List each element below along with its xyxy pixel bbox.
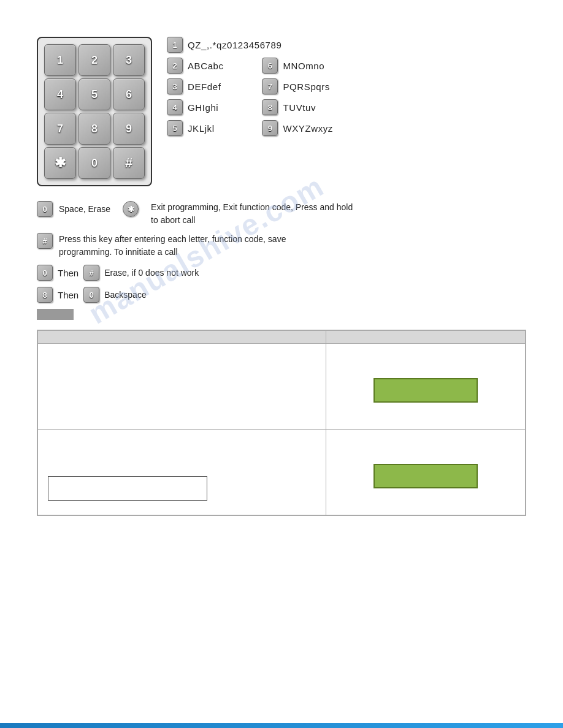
key-map-row-6: 6 MNOmno: [262, 58, 332, 74]
table-cell-2-2: [326, 430, 525, 515]
legend-space-erase: Space, Erase: [59, 203, 110, 216]
badge-5: 5: [167, 120, 183, 136]
chars-7: PQRSpqrs: [283, 82, 330, 92]
green-button-2[interactable]: [373, 464, 478, 488]
key-3[interactable]: 3: [113, 44, 145, 76]
chars-5: JKLjkl: [188, 123, 215, 134]
keypad-grid: 1 2 3 4 5 6 7 8 9 ✱ 0 #: [37, 37, 152, 186]
key-8[interactable]: 8: [79, 113, 110, 145]
legend-section: 0 Space, Erase ✱ Exit programming, Exit …: [37, 201, 526, 303]
chars-9: WXYZwxyz: [283, 123, 332, 134]
then-2-key2: 0: [83, 287, 99, 303]
chars-4: GHIghi: [188, 102, 218, 113]
badge-2: 2: [167, 58, 183, 74]
legend-hash-row: # Press this key after entering each let…: [37, 233, 526, 259]
legend-hash-label: Press this key after entering each lette…: [59, 233, 341, 259]
table-cell-1-1: [38, 344, 326, 430]
chars-1: QZ_,.*qz0123456789: [188, 40, 282, 50]
key-map-row-2: 2 ABCabc: [167, 58, 237, 74]
key-hash[interactable]: #: [113, 147, 145, 179]
key-map-row-3: 3 DEFdef: [167, 78, 237, 94]
chars-8: TUVtuv: [283, 102, 316, 113]
table-header-col2: [326, 331, 525, 344]
key-9[interactable]: 9: [113, 113, 145, 145]
then-row-1: 0 Then # Erase, if 0 does not work: [37, 265, 526, 281]
table-row-2: [38, 430, 526, 515]
key-map-row-8: 8 TUVtuv: [262, 99, 332, 115]
badge-9: 9: [262, 120, 278, 136]
key-2[interactable]: 2: [79, 44, 110, 76]
badge-6: 6: [262, 58, 278, 74]
table-cell-2-1: [38, 430, 326, 515]
key-map-row-5: 5 JKLjkl: [167, 120, 237, 136]
keypad-section: 1 2 3 4 5 6 7 8 9 ✱ 0 # 1 QZ_,.*qz012345…: [37, 37, 526, 186]
then-1-label: Then: [58, 268, 79, 278]
legend-badge-0: 0: [37, 201, 53, 217]
badge-4: 4: [167, 99, 183, 115]
table-header-col1: [38, 331, 326, 344]
then-2-desc: Backspace: [104, 289, 146, 301]
key-6[interactable]: 6: [113, 78, 145, 110]
key-4[interactable]: 4: [44, 78, 76, 110]
bottom-bar: [0, 723, 563, 728]
key-0[interactable]: 0: [79, 147, 110, 179]
legend-badge-hash: #: [37, 233, 53, 249]
badge-3: 3: [167, 78, 183, 94]
then-1-key2: #: [83, 265, 99, 281]
then-1-key1: 0: [37, 265, 53, 281]
key-star[interactable]: ✱: [44, 147, 76, 179]
then-row-2: 8 Then 0 Backspace: [37, 287, 526, 303]
badge-8: 8: [262, 99, 278, 115]
table-section: [37, 330, 526, 516]
key-7[interactable]: 7: [44, 113, 76, 145]
gray-bar: [37, 309, 74, 320]
input-field-1[interactable]: [48, 476, 207, 501]
key-map-row-1: 1 QZ_,.*qz0123456789: [167, 37, 333, 53]
table-row-1: [38, 344, 526, 430]
then-1-desc: Erase, if 0 does not work: [104, 267, 199, 279]
key-1[interactable]: 1: [44, 44, 76, 76]
chars-6: MNOmno: [283, 61, 324, 71]
key-map-row-4: 4 GHIghi: [167, 99, 237, 115]
chars-2: ABCabc: [188, 61, 224, 71]
key-5[interactable]: 5: [79, 78, 110, 110]
then-2-key1: 8: [37, 287, 53, 303]
legend-exit-label: Exit programming, Exit function code, Pr…: [151, 201, 359, 227]
legend-badge-star: ✱: [123, 201, 139, 217]
chars-3: DEFdef: [188, 82, 221, 92]
badge-7: 7: [262, 78, 278, 94]
badge-1: 1: [167, 37, 183, 53]
green-button-1[interactable]: [373, 378, 478, 403]
then-2-label: Then: [58, 290, 79, 300]
key-map-row-9: 9 WXYZwxyz: [262, 120, 332, 136]
table-cell-1-2: [326, 344, 525, 430]
key-map-row-7: 7 PQRSpqrs: [262, 78, 332, 94]
